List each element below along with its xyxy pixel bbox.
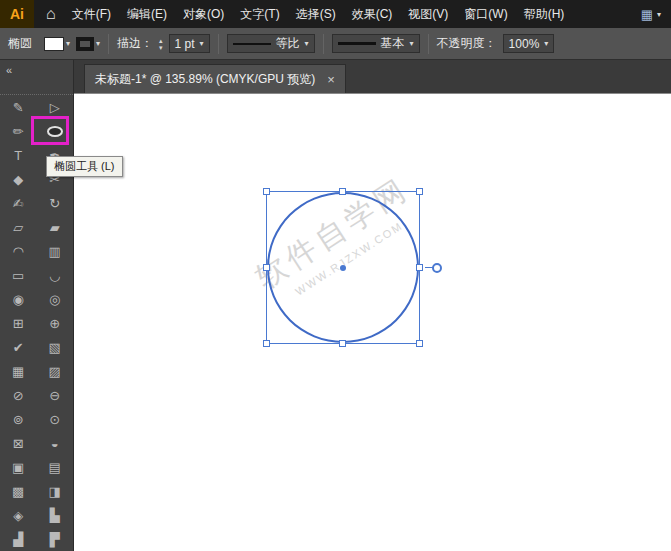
stroke-color-control[interactable]: ▾	[76, 37, 100, 51]
menu-item-3[interactable]: 对象(O)	[175, 0, 232, 28]
selection-handle-se[interactable]	[416, 340, 423, 347]
center-anchor[interactable]	[340, 265, 346, 271]
selection-handle-w[interactable]	[263, 264, 270, 271]
width-profile-value: 等比	[276, 35, 300, 52]
paintbrush-tool-icon: ✏	[13, 124, 24, 139]
menu-item-6[interactable]: 效果(C)	[344, 0, 401, 28]
workspace-switcher[interactable]: ▦ ▾	[641, 7, 661, 22]
ellipse-tool[interactable]	[37, 119, 74, 143]
canvas[interactable]: 软件自学网 WWW.RJZXW.COM	[74, 94, 671, 551]
selection-handle-ne[interactable]	[416, 188, 423, 195]
live-paint-bucket-tool-icon: ▧	[49, 340, 61, 355]
gradient-tool[interactable]: ▩	[0, 479, 37, 503]
close-tab-icon[interactable]: ×	[327, 73, 335, 86]
scale-tool[interactable]: ▱	[0, 215, 37, 239]
symbol-sprayer-tool[interactable]: ⊚	[0, 407, 37, 431]
rotate-tool[interactable]: ↻	[37, 191, 74, 215]
scissors-tool[interactable]: ⊘	[0, 383, 37, 407]
fill-swatch[interactable]	[44, 37, 64, 51]
tool-row: ▩◨	[0, 479, 73, 503]
rectangular-grid-tool[interactable]: ⊞	[0, 311, 37, 335]
document-tab-title: 未标题-1* @ 135.89% (CMYK/GPU 预览)	[95, 71, 315, 88]
chevron-down-icon[interactable]: ▾	[96, 39, 100, 48]
eraser-tool[interactable]: ◆	[0, 167, 37, 191]
arc-tool[interactable]: ◠	[0, 239, 37, 263]
width-profile-dropdown[interactable]: 等比 ▾	[227, 34, 315, 53]
chevron-down-icon: ▾	[305, 39, 309, 48]
selection-handle-sw[interactable]	[263, 340, 270, 347]
crop-tool[interactable]: ▛	[37, 527, 74, 551]
selection-handle-n[interactable]	[339, 188, 346, 195]
tool-row: ▱▰	[0, 215, 73, 239]
symbol-tool[interactable]: ◈	[0, 503, 37, 527]
paintbrush-tool[interactable]: ✏	[0, 119, 37, 143]
selection-handle-nw[interactable]	[263, 188, 270, 195]
menu-item-9[interactable]: 帮助(H)	[516, 0, 573, 28]
tool-row: ◠▥	[0, 239, 73, 263]
perspective-grid-tool[interactable]: ▨	[37, 359, 74, 383]
shaper-tool[interactable]: ✎	[0, 95, 37, 119]
column-graph-tool[interactable]: ▥	[37, 239, 74, 263]
scissors-tool-icon: ⊘	[13, 388, 24, 403]
pencil-tool[interactable]: ▭	[0, 263, 37, 287]
rectangular-grid-tool-icon: ⊞	[13, 316, 24, 331]
tool-row: ✔▧	[0, 335, 73, 359]
menu-items: 文件(F)编辑(E)对象(O)文字(T)选择(S)效果(C)视图(V)窗口(W)…	[64, 0, 573, 28]
blend-tool[interactable]: ◎	[37, 287, 74, 311]
fill-color-control[interactable]: ▾	[44, 37, 70, 51]
live-paint-bucket-tool[interactable]: ▧	[37, 335, 74, 359]
menu-item-4[interactable]: 文字(T)	[232, 0, 287, 28]
workspace-grid-icon: ▦	[641, 7, 653, 22]
selection-bounding-box[interactable]	[266, 191, 420, 344]
free-transform-tool[interactable]: ⊠	[0, 431, 37, 455]
menu-item-5[interactable]: 选择(S)	[288, 0, 344, 28]
divider	[108, 34, 109, 54]
eyedropper-tool[interactable]: ✍	[0, 191, 37, 215]
home-icon[interactable]: ⌂	[46, 5, 56, 23]
tooltip-text: 椭圆工具 (L)	[54, 160, 115, 172]
brush-definition-dropdown[interactable]: 基本 ▾	[332, 34, 420, 53]
menu-item-2[interactable]: 编辑(E)	[119, 0, 175, 28]
tool-row: ⊠◒	[0, 431, 73, 455]
smooth-tool[interactable]: ◡	[37, 263, 74, 287]
menu-item-7[interactable]: 视图(V)	[400, 0, 456, 28]
workspace-body: « ✎▷✏T✒◆✂✍↻▱▰◠▥▭◡◉◎⊞⊕✔▧▦▨⊘⊖⊚⊙⊠◒▣▤▩◨◈▙▟▛ …	[0, 60, 671, 551]
zoom-tool[interactable]: ⊙	[37, 407, 74, 431]
smooth-tool-icon: ◡	[49, 268, 60, 283]
collapse-panel-icon[interactable]: «	[6, 64, 12, 76]
selection-handle-e[interactable]	[416, 264, 423, 271]
opacity-dropdown[interactable]: 100% ▾	[503, 34, 555, 53]
artboard-tool[interactable]: ▣	[0, 455, 37, 479]
blend-tool-icon: ◎	[49, 292, 60, 307]
puppet-warp-tool-icon: ◒	[51, 436, 59, 451]
document-tab[interactable]: 未标题-1* @ 135.89% (CMYK/GPU 预览) ×	[84, 64, 346, 93]
print-tiling-tool[interactable]: ▟	[0, 527, 37, 551]
shape-builder-tool[interactable]: ✔	[0, 335, 37, 359]
stroke-weight-value: 1 pt	[175, 37, 195, 51]
transform-widget[interactable]	[432, 263, 442, 273]
column-graph-tool-icon: ▥	[49, 244, 61, 259]
symbol-tool-icon: ◈	[13, 508, 23, 523]
stepper-up-icon[interactable]: ▴	[159, 37, 163, 44]
divider	[218, 34, 219, 54]
slice-tool[interactable]: ▤	[37, 455, 74, 479]
width-tool[interactable]: ⊖	[37, 383, 74, 407]
puppet-warp-tool[interactable]: ◒	[37, 431, 74, 455]
menu-item-8[interactable]: 窗口(W)	[456, 0, 515, 28]
stepper-down-icon[interactable]: ▾	[159, 44, 163, 51]
menu-item-1[interactable]: 文件(F)	[64, 0, 119, 28]
spiral-tool[interactable]: ◉	[0, 287, 37, 311]
type-tool[interactable]: T	[0, 143, 37, 167]
eyedropper-tool-icon: ✍	[13, 196, 24, 211]
chevron-down-icon[interactable]: ▾	[66, 39, 70, 48]
selection-handle-s[interactable]	[339, 340, 346, 347]
mesh-tool[interactable]: ▦	[0, 359, 37, 383]
polar-grid-tool[interactable]: ⊕	[37, 311, 74, 335]
measure-tool[interactable]: ◨	[37, 479, 74, 503]
direct-selection-tool[interactable]: ▷	[37, 95, 74, 119]
shear-tool[interactable]: ▰	[37, 215, 74, 239]
stroke-swatch[interactable]	[76, 37, 94, 51]
graph-tool[interactable]: ▙	[37, 503, 74, 527]
stroke-weight-dropdown[interactable]: 1 pt ▾	[169, 34, 210, 53]
stroke-weight-stepper[interactable]: ▴ ▾	[159, 37, 163, 51]
